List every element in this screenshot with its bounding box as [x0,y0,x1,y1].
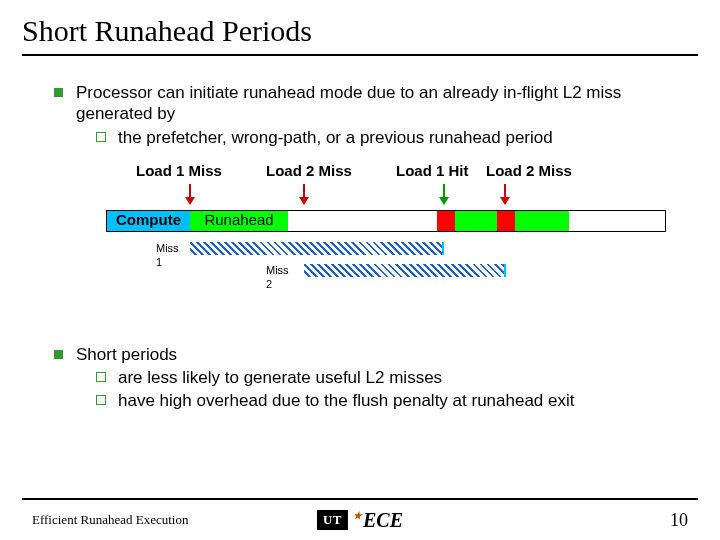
bullet-2-text: Short periods [76,345,177,364]
miss2-bar [304,264,506,277]
logo-ece: ★ECE [348,509,403,532]
miss2-label: Miss 2 [266,264,289,292]
bullet-1-text: Processor can initiate runahead mode due… [76,83,621,123]
footer: Efficient Runahead Execution UT ★ECE 10 [0,500,720,540]
logo-ece-text: ECE [363,509,403,531]
seg-green-1 [455,211,497,231]
footer-logo: UT ★ECE [317,509,403,532]
bullet-2-2: have high overhead due to the flush pena… [96,390,680,411]
footer-left: Efficient Runahead Execution [32,512,188,528]
bullet-1-1: the prefetcher, wrong-path, or a previou… [96,127,680,148]
miss1-label: Miss 1 [156,242,179,270]
bullet-2: Short periods are less likely to generat… [54,344,680,412]
timeline-bar: Compute Runahead [106,210,666,232]
arrow-load1-hit [443,184,445,204]
seg-red-2 [497,211,515,231]
label-load1-miss: Load 1 Miss [136,162,222,181]
logo-ut-box: UT [317,510,348,530]
label-load1-hit: Load 1 Hit [396,162,469,181]
arrow-load1-miss [189,184,191,204]
label-load2-miss-2: Load 2 Miss [486,162,572,181]
timeline: Load 1 Miss Load 2 Miss Load 1 Hit Load … [76,162,680,322]
bullet-1: Processor can initiate runahead mode due… [54,82,680,322]
seg-green-2 [515,211,569,231]
seg-runahead: Runahead [190,211,288,231]
arrow-load2-miss [303,184,305,204]
page-number: 10 [670,510,688,531]
label-load2-miss: Load 2 Miss [266,162,352,181]
seg-compute: Compute [107,211,190,231]
slide-title: Short Runahead Periods [0,0,720,52]
miss1-bar [190,242,444,255]
arrow-load2-miss-2 [504,184,506,204]
content-area: Processor can initiate runahead mode due… [0,56,720,412]
seg-red-1 [437,211,455,231]
bullet-2-1: are less likely to generate useful L2 mi… [96,367,680,388]
star-icon: ★ [353,510,362,521]
